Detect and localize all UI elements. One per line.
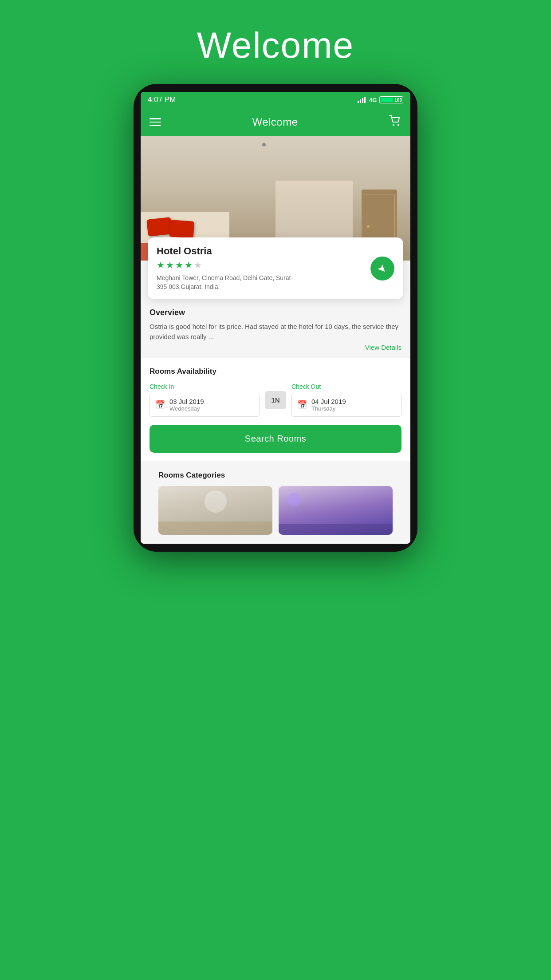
check-in-day: Wednesday: [169, 405, 204, 412]
status-icons: 4G 100: [358, 96, 403, 103]
check-out-date: 04 Jul 2019: [311, 398, 346, 405]
star-5: ★: [194, 260, 202, 270]
header-title: Welcome: [252, 116, 298, 128]
hotel-name: Hotel Ostria: [157, 245, 370, 257]
star-4: ★: [185, 260, 193, 270]
categories-title: Rooms Categories: [158, 471, 393, 480]
content-area: Overview Ostria is good hotel for its pr…: [141, 299, 410, 544]
menu-button[interactable]: [150, 118, 161, 126]
category-card-1[interactable]: [158, 486, 272, 535]
search-rooms-button[interactable]: Search Rooms: [150, 425, 401, 453]
star-2: ★: [166, 260, 174, 270]
rooms-availability-section: Rooms Availability Check In 📅 03 Jul 201…: [141, 358, 410, 462]
svg-point-1: [398, 124, 399, 126]
app-header: Welcome: [141, 108, 410, 136]
category-card-2[interactable]: [279, 486, 393, 535]
phone-screen: 4:07 PM 4G 100: [141, 92, 410, 544]
status-bar: 4:07 PM 4G 100: [141, 92, 410, 108]
hotel-address: Meghani Tower, Cinema Road, Delhi Gate, …: [157, 274, 299, 291]
overview-title: Overview: [150, 308, 401, 317]
battery-icon: 100: [379, 96, 403, 103]
check-out-day: Thursday: [311, 405, 346, 412]
page-title: Welcome: [197, 24, 354, 66]
check-out-label: Check Out: [291, 383, 401, 390]
overview-section: Overview Ostria is good hotel for its pr…: [150, 308, 401, 351]
star-1: ★: [157, 260, 165, 270]
check-in-input[interactable]: 📅 03 Jul 2019 Wednesday: [150, 393, 260, 417]
checkout-calendar-icon: 📅: [297, 400, 307, 410]
check-in-date: 03 Jul 2019: [169, 398, 204, 405]
hotel-info-card: Hotel Ostria ★ ★ ★ ★ ★ Meghani Tower, Ci…: [148, 237, 403, 299]
check-in-label: Check In: [150, 383, 260, 390]
date-row: Check In 📅 03 Jul 2019 Wednesday 1N: [150, 383, 401, 417]
checkin-calendar-icon: 📅: [155, 400, 165, 410]
navigate-icon: ➤: [375, 261, 390, 276]
check-out-input[interactable]: 📅 04 Jul 2019 Thursday: [291, 393, 401, 417]
rooms-categories-section: Rooms Categories: [150, 462, 401, 544]
navigate-button[interactable]: ➤: [370, 257, 394, 281]
check-out-field: Check Out 📅 04 Jul 2019 Thursday: [291, 383, 401, 417]
nights-badge: 1N: [265, 391, 286, 409]
hotel-stars: ★ ★ ★ ★ ★: [157, 260, 370, 270]
status-time: 4:07 PM: [148, 95, 176, 104]
check-in-date-group: 03 Jul 2019 Wednesday: [169, 398, 204, 412]
categories-grid: [158, 486, 393, 535]
signal-icon: [358, 97, 366, 103]
phone-frame: 4:07 PM 4G 100: [134, 84, 417, 552]
network-type: 4G: [369, 97, 377, 103]
hotel-info-left: Hotel Ostria ★ ★ ★ ★ ★ Meghani Tower, Ci…: [157, 245, 370, 291]
check-in-field: Check In 📅 03 Jul 2019 Wednesday: [150, 383, 260, 417]
check-out-date-group: 04 Jul 2019 Thursday: [311, 398, 346, 412]
star-3: ★: [175, 260, 183, 270]
overview-text: Ostria is good hotel for its price. Had …: [150, 322, 401, 342]
svg-point-0: [393, 124, 394, 126]
cart-button[interactable]: [389, 115, 401, 130]
battery-level: 100: [394, 98, 402, 103]
view-details-link[interactable]: View Details: [150, 344, 401, 351]
rooms-availability-title: Rooms Availability: [150, 367, 401, 376]
